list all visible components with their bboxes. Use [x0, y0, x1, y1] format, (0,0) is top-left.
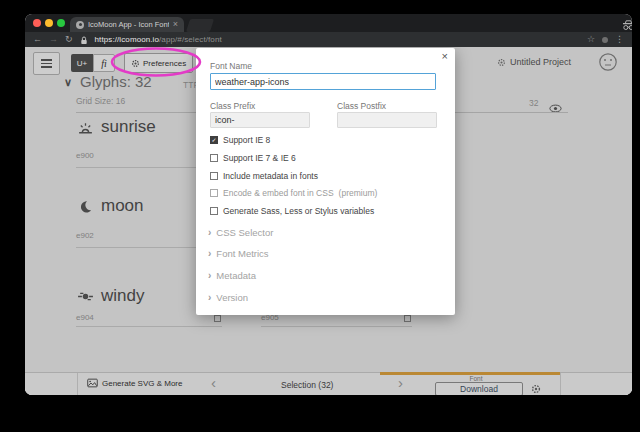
icomoon-favicon — [76, 21, 84, 29]
bookmark-star-icon[interactable]: ☆ — [587, 35, 595, 44]
checkbox-icon[interactable] — [210, 189, 218, 197]
browser-addressbar: ← → ↻ https://icomoon.io/app/#/select/fo… — [25, 32, 632, 47]
browser-menu-icon[interactable]: ⋮ — [615, 35, 624, 44]
extension-icon[interactable] — [602, 37, 608, 43]
back-icon[interactable]: ← — [33, 35, 42, 44]
maximize-window-button[interactable] — [57, 19, 65, 27]
checkbox-label: Support IE 7 & IE 6 — [223, 153, 296, 163]
screenshot-stage: IcoMoon App - Icon Font, SVG × ← → ↻ — [0, 0, 640, 432]
preferences-dialog: × Font Name Class Prefix Class Postfix ✓… — [196, 48, 455, 315]
checkbox-label: Include metadata in fonts — [223, 171, 318, 181]
section-label: Font Metrics — [216, 248, 268, 259]
class-postfix-input[interactable] — [337, 112, 437, 128]
url-host: https://icomoon.io — [95, 35, 160, 44]
checkbox-checked-icon[interactable]: ✓ — [210, 136, 218, 144]
checkbox-icon[interactable] — [210, 207, 218, 215]
section-version[interactable]: › Version — [208, 292, 248, 303]
checkbox-include-metadata[interactable]: Include metadata in fonts — [210, 171, 318, 181]
chevron-right-icon: › — [208, 249, 211, 259]
premium-suffix: (premium) — [339, 188, 378, 198]
section-label: Version — [216, 292, 248, 303]
font-name-input[interactable] — [210, 73, 436, 90]
class-prefix-input[interactable] — [210, 112, 310, 128]
section-font-metrics[interactable]: › Font Metrics — [208, 248, 269, 259]
url-text[interactable]: https://icomoon.io/app/#/select/font — [95, 35, 222, 44]
lock-icon — [80, 31, 88, 49]
browser-titlebar: IcoMoon App - Icon Font, SVG × — [25, 14, 632, 32]
tab-close-icon[interactable]: × — [173, 20, 178, 29]
minimize-window-button[interactable] — [45, 19, 53, 27]
new-tab-button[interactable] — [186, 19, 214, 32]
checkbox-support-ie7-ie6[interactable]: Support IE 7 & IE 6 — [210, 153, 296, 163]
section-metadata[interactable]: › Metadata — [208, 270, 256, 281]
forward-icon[interactable]: → — [49, 35, 58, 44]
checkbox-support-ie8[interactable]: ✓ Support IE 8 — [210, 135, 270, 145]
reload-icon[interactable]: ↻ — [65, 35, 73, 44]
section-label: CSS Selector — [216, 227, 273, 238]
chevron-right-icon: › — [208, 271, 211, 281]
checkbox-icon[interactable] — [210, 172, 218, 180]
checkbox-icon[interactable] — [210, 154, 218, 162]
font-name-label: Font Name — [210, 61, 252, 71]
checkbox-generate-sass[interactable]: Generate Sass, Less or Stylus variables — [210, 206, 374, 216]
browser-window: IcoMoon App - Icon Font, SVG × ← → ↻ — [25, 14, 632, 395]
checkbox-label: Support IE 8 — [223, 135, 270, 145]
app-viewport: U+ fi Preferences Untitled Project — [25, 47, 632, 395]
checkbox-label: Encode & embed font in CSS — [223, 188, 334, 198]
checkbox-encode-embed[interactable]: Encode & embed font in CSS (premium) — [210, 188, 377, 198]
close-window-button[interactable] — [33, 19, 41, 27]
url-path: /app/#/select/font — [159, 35, 222, 44]
class-postfix-label: Class Postfix — [337, 101, 386, 111]
section-label: Metadata — [216, 270, 256, 281]
dialog-close-icon[interactable]: × — [442, 51, 448, 62]
class-prefix-label: Class Prefix — [210, 101, 255, 111]
checkbox-label: Generate Sass, Less or Stylus variables — [223, 206, 374, 216]
section-css-selector[interactable]: › CSS Selector — [208, 227, 273, 238]
chevron-right-icon: › — [208, 228, 211, 238]
tab-title: IcoMoon App - Icon Font, SVG — [88, 20, 169, 29]
chevron-right-icon: › — [208, 293, 211, 303]
